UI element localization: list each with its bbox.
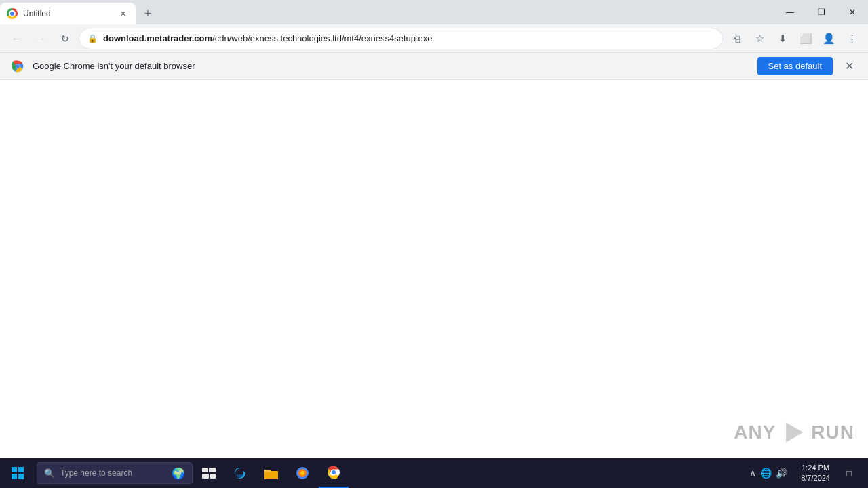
profile-button[interactable]: 👤 [818,28,840,49]
tray-arrow-icon[interactable]: ∧ [749,468,756,479]
chrome-logo-icon [11,60,24,73]
share-button[interactable]: ⎗ [726,28,747,49]
file-explorer-icon [264,466,279,480]
anyrun-play-icon [781,420,806,445]
tab-title: Untitled [23,9,111,18]
svg-point-7 [237,474,243,477]
close-button[interactable]: ✕ [837,0,868,24]
svg-point-1 [16,64,20,68]
task-view-icon [202,468,216,479]
system-tray: ∧ 🌐 🔊 1:24 PM 8/7/2024 □ [744,458,865,488]
edge-icon [233,466,248,481]
address-bar[interactable]: 🔒 download.metatrader.com/cdn/web/exness… [79,28,723,49]
earth-icon: 🌍 [172,467,185,480]
watermark: ANY RUN [734,420,854,445]
lock-icon: 🔒 [87,34,98,43]
infobar: Google Chrome isn't your default browser… [0,53,868,80]
forward-button[interactable]: → [30,28,52,49]
svg-rect-9 [264,470,271,472]
active-tab[interactable]: Untitled ✕ [0,3,136,24]
chrome-taskbar-button[interactable] [319,458,349,488]
system-clock[interactable]: 1:24 PM 8/7/2024 [795,463,835,484]
watermark-text: ANY [734,422,776,443]
svg-marker-2 [787,423,804,443]
svg-rect-3 [202,468,208,472]
taskbar: 🔍 Type here to search 🌍 [0,458,868,488]
download-button[interactable]: ⬇ [772,28,793,49]
svg-rect-4 [209,468,216,472]
file-explorer-button[interactable] [256,458,286,488]
refresh-button[interactable]: ↻ [54,28,76,49]
infobar-close-button[interactable]: ✕ [841,58,857,75]
notification-icon: □ [846,468,852,479]
firefox-button[interactable] [288,458,317,488]
task-view-button[interactable] [194,458,224,488]
search-placeholder: Type here to search [60,468,132,478]
tab-strip: Untitled ✕ + [0,0,774,24]
new-tab-button[interactable]: + [138,4,157,23]
edge-button[interactable] [225,458,255,488]
menu-button[interactable]: ⋮ [841,28,863,49]
tab-close-button[interactable]: ✕ [117,7,129,20]
address-text: download.metatrader.com/cdn/web/exness.t… [103,33,714,43]
sys-tray-icons: ∧ 🌐 🔊 [744,468,793,479]
bookmark-button[interactable]: ☆ [749,28,770,49]
nav-actions: ⎗ ☆ ⬇ ⬜ 👤 ⋮ [726,28,863,49]
svg-rect-6 [210,474,216,479]
svg-rect-5 [202,474,209,479]
set-default-button[interactable]: Set as default [757,57,833,75]
windows-logo-icon [12,467,24,479]
tab-search-button[interactable]: ⬜ [795,28,816,49]
tab-favicon [7,8,18,19]
volume-icon[interactable]: 🔊 [776,468,787,479]
back-button[interactable]: ← [5,28,27,49]
address-path: /cdn/web/exness.technologies.ltd/mt4/exn… [212,33,432,43]
watermark-run-text: RUN [811,422,854,443]
main-content: ANY RUN [0,80,868,458]
clock-date: 8/7/2024 [801,473,830,483]
svg-point-12 [300,471,304,475]
infobar-message: Google Chrome isn't your default browser [33,61,749,71]
maximize-button[interactable]: ❐ [806,0,837,24]
start-button[interactable] [3,458,33,488]
taskbar-search[interactable]: 🔍 Type here to search 🌍 [37,462,193,484]
firefox-icon [295,466,310,481]
notification-button[interactable]: □ [838,458,860,488]
search-icon: 🔍 [44,468,55,479]
chrome-taskbar-icon [326,465,341,480]
clock-time: 1:24 PM [801,463,830,473]
network-icon[interactable]: 🌐 [760,468,772,479]
titlebar: Untitled ✕ + — ❐ ✕ [0,0,868,24]
svg-point-14 [332,470,336,474]
window-controls: — ❐ ✕ [774,0,868,24]
address-domain: download.metatrader.com [103,33,212,43]
minimize-button[interactable]: — [774,0,806,24]
navbar: ← → ↻ 🔒 download.metatrader.com/cdn/web/… [0,24,868,53]
